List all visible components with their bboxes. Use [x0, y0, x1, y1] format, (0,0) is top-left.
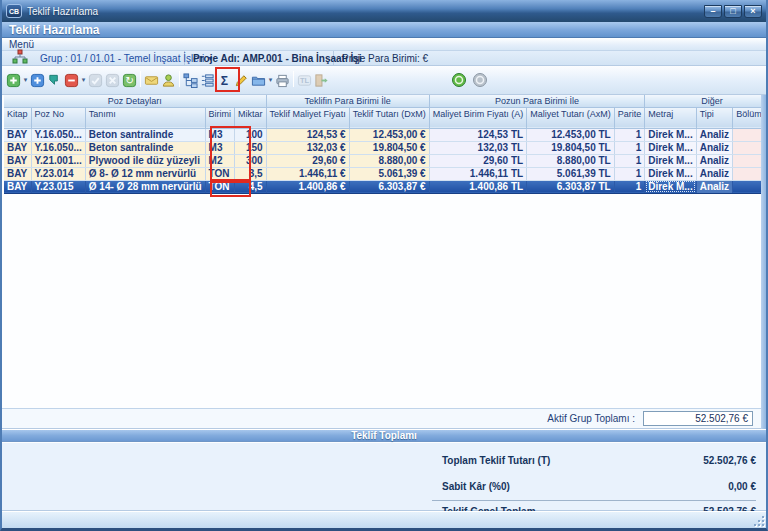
- column-header-6[interactable]: Teklif Maliyet Fiyatı: [266, 107, 349, 128]
- close-button[interactable]: ×: [744, 5, 762, 18]
- grid-cell[interactable]: 8.880,00 TL: [527, 154, 615, 167]
- grid-cell[interactable]: Direk M...: [645, 128, 696, 141]
- grid-cell[interactable]: 124,53 TL: [429, 128, 527, 141]
- grid-cell[interactable]: 1.446,11 TL: [429, 167, 527, 180]
- grid-cell[interactable]: 12.453,00 €: [349, 128, 429, 141]
- grid-cell[interactable]: 1: [614, 128, 645, 141]
- grid-cell[interactable]: BAY: [4, 154, 31, 167]
- grid-cell[interactable]: Ø 14- Ø 28 mm nervürlü: [85, 180, 205, 193]
- grid-cell[interactable]: 6.303,87 €: [349, 180, 429, 193]
- add-alt-button[interactable]: [29, 70, 46, 90]
- grid-cell[interactable]: Plywood ile düz yüzeyli: [85, 154, 205, 167]
- grid-row[interactable]: BAYY.16.050...Beton santralindeM3100124,…: [4, 128, 768, 141]
- column-header-8[interactable]: Maliyet Birim Fiyatı (A): [429, 107, 527, 128]
- grid-cell[interactable]: 100: [235, 128, 267, 141]
- grid-row[interactable]: BAYY.23.015Ø 14- Ø 28 mm nervürlüTON4,51…: [4, 180, 768, 193]
- column-header-10[interactable]: Parite: [614, 107, 645, 128]
- grid-cell[interactable]: Direk M...: [645, 141, 696, 154]
- grid-cell[interactable]: 12.453,00 TL: [527, 128, 615, 141]
- column-header-9[interactable]: Maliyet Tutarı (AxM): [527, 107, 615, 128]
- column-header-3[interactable]: Tanımı: [85, 107, 205, 128]
- grid-cell[interactable]: Direk M...: [645, 180, 696, 193]
- grid-row[interactable]: BAYY.16.050...Beton santralindeM3150132,…: [4, 141, 768, 154]
- grid-cell[interactable]: Y.23.015: [31, 180, 85, 193]
- remove-button[interactable]: [63, 70, 80, 90]
- open-dropdown-icon[interactable]: ▾: [267, 76, 274, 84]
- grid-cell[interactable]: 6.303,87 TL: [527, 180, 615, 193]
- grid-cell[interactable]: 29,60 €: [266, 154, 349, 167]
- grid-cell[interactable]: 1: [614, 154, 645, 167]
- assign-button[interactable]: [160, 70, 177, 90]
- grid-cell[interactable]: BAY: [4, 180, 31, 193]
- print-button[interactable]: [274, 70, 291, 90]
- grid-cell[interactable]: Analiz: [696, 141, 732, 154]
- column-header-5[interactable]: Miktar: [235, 107, 267, 128]
- grid-cell[interactable]: 132,03 €: [266, 141, 349, 154]
- grid-cell[interactable]: 1: [614, 141, 645, 154]
- resize-grip[interactable]: [754, 516, 764, 526]
- remove-dropdown-icon[interactable]: ▾: [80, 76, 87, 84]
- grid-cell[interactable]: 1: [614, 180, 645, 193]
- grid-cell[interactable]: 1.400,86 TL: [429, 180, 527, 193]
- column-header-12[interactable]: Tipi: [696, 107, 732, 128]
- maximize-button[interactable]: □: [724, 5, 742, 18]
- grid-cell[interactable]: 124,53 €: [266, 128, 349, 141]
- grid-row[interactable]: BAYY.21.001...Plywood ile düz yüzeyliM23…: [4, 154, 768, 167]
- grid-cell[interactable]: BAY: [4, 141, 31, 154]
- grid-cell[interactable]: Y.23.014: [31, 167, 85, 180]
- grid-cell[interactable]: 1: [614, 167, 645, 180]
- tree-structure-button[interactable]: [182, 70, 199, 90]
- grid-cell[interactable]: M2: [205, 154, 235, 167]
- grid-cell[interactable]: Direk M...: [645, 154, 696, 167]
- column-header-7[interactable]: Teklif Tutarı (DxM): [349, 107, 429, 128]
- grid-cell[interactable]: Analiz: [696, 128, 732, 141]
- grid-cell[interactable]: Direk M...: [645, 167, 696, 180]
- grid-cell[interactable]: Analiz: [696, 154, 732, 167]
- grid-cell[interactable]: TON: [205, 167, 235, 180]
- vertical-scrollbar[interactable]: [761, 95, 766, 429]
- grid-cell[interactable]: TON: [205, 180, 235, 193]
- grid-cell[interactable]: Beton santralinde: [85, 128, 205, 141]
- grid-cell[interactable]: Y.16.050...: [31, 141, 85, 154]
- nav-green-button[interactable]: [450, 70, 467, 90]
- grid-cell[interactable]: M3: [205, 128, 235, 141]
- add-button[interactable]: [5, 70, 22, 90]
- send-button[interactable]: [143, 70, 160, 90]
- grid-cell[interactable]: Y.21.001...: [31, 154, 85, 167]
- grid-cell[interactable]: 4,5: [235, 180, 267, 193]
- grid-cell[interactable]: M3: [205, 141, 235, 154]
- grid-cell[interactable]: Ø 8- Ø 12 mm nervürlü: [85, 167, 205, 180]
- insert-button[interactable]: [46, 70, 63, 90]
- add-dropdown-icon[interactable]: ▾: [22, 76, 29, 84]
- grid-cell[interactable]: 132,03 TL: [429, 141, 527, 154]
- grid-cell[interactable]: Beton santralinde: [85, 141, 205, 154]
- grid-cell[interactable]: BAY: [4, 128, 31, 141]
- group-selector[interactable]: Grup : 01 / 01.01 - Temel İnşaat İşleri …: [2, 51, 185, 65]
- active-group-total-value[interactable]: 52.502,76 €: [643, 411, 753, 426]
- grid-cell[interactable]: 300: [235, 154, 267, 167]
- grid-cell[interactable]: Analiz: [696, 167, 732, 180]
- grid-cell[interactable]: Y.16.050...: [31, 128, 85, 141]
- grid-cell[interactable]: BAY: [4, 167, 31, 180]
- grid-cell[interactable]: 5.061,39 TL: [527, 167, 615, 180]
- edit-button[interactable]: [233, 70, 250, 90]
- sum-button[interactable]: Σ: [216, 70, 233, 90]
- grid-cell[interactable]: Analiz: [696, 180, 732, 193]
- refresh-button[interactable]: ↻: [121, 70, 138, 90]
- grid-cell[interactable]: 19.804,50 €: [349, 141, 429, 154]
- column-header-4[interactable]: Birimi: [205, 107, 235, 128]
- grid-cell[interactable]: 3,5: [235, 167, 267, 180]
- grid-cell[interactable]: 1.400,86 €: [266, 180, 349, 193]
- grid-cell[interactable]: 19.804,50 TL: [527, 141, 615, 154]
- grid-cell[interactable]: 8.880,00 €: [349, 154, 429, 167]
- minimize-button[interactable]: –: [704, 5, 722, 18]
- open-button[interactable]: [250, 70, 267, 90]
- tree-list-button[interactable]: [199, 70, 216, 90]
- column-header-1[interactable]: Kitap: [4, 107, 31, 128]
- grid-cell[interactable]: 5.061,39 €: [349, 167, 429, 180]
- grid-cell[interactable]: 150: [235, 141, 267, 154]
- column-header-11[interactable]: Metraj: [645, 107, 696, 128]
- grid-cell[interactable]: 29,60 TL: [429, 154, 527, 167]
- menu-item-menu[interactable]: Menü: [9, 39, 34, 50]
- grid-row[interactable]: BAYY.23.014Ø 8- Ø 12 mm nervürlüTON3,51.…: [4, 167, 768, 180]
